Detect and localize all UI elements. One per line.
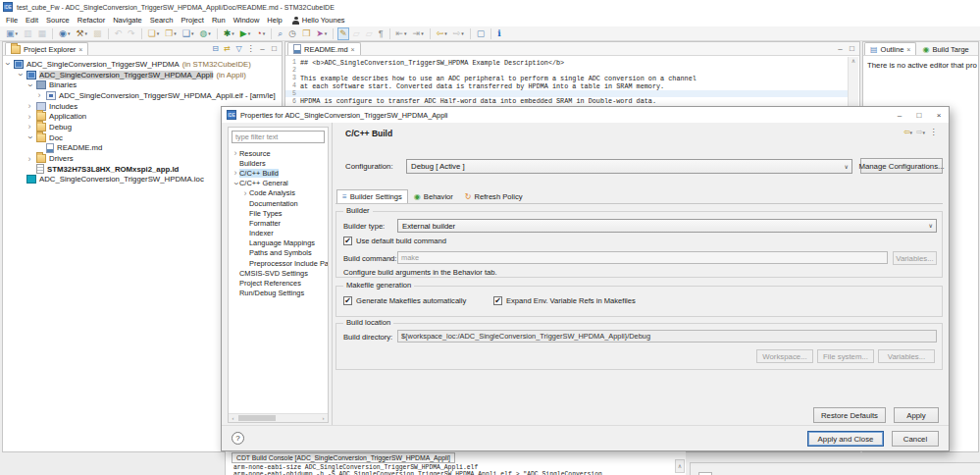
cancel-button[interactable]: Cancel xyxy=(892,431,939,447)
scroll-right-icon[interactable]: › xyxy=(319,414,328,422)
expander-icon[interactable] xyxy=(241,189,249,197)
minimize-icon[interactable]: –▾ xyxy=(257,43,268,54)
configuration-select[interactable]: Debug [ Active ] xyxy=(406,159,852,174)
tree-item[interactable]: ADC_SingleConversion_TriggerSW_HPDMA_App… xyxy=(3,70,282,80)
paragraph-icon[interactable]: ¶▾ xyxy=(376,27,386,40)
menu-item[interactable]: Run xyxy=(208,16,230,25)
profile-icon[interactable]: ◔▾ xyxy=(254,27,268,40)
menu-item[interactable]: Refactor xyxy=(74,16,109,25)
user-label[interactable]: Hello Younes xyxy=(302,16,345,25)
new-cpp-project-icon[interactable]: ❐▾ xyxy=(163,27,180,40)
menu-item[interactable]: Edit xyxy=(22,16,42,25)
nav-item[interactable]: Indexer xyxy=(229,229,328,238)
run-icon[interactable]: ▶▾ xyxy=(237,27,252,40)
menu-item[interactable]: File xyxy=(2,16,22,25)
expander-icon[interactable] xyxy=(232,169,239,177)
close-icon[interactable]: × xyxy=(351,46,355,53)
view-menu-icon[interactable]: ⋮▾ xyxy=(928,127,939,137)
back-icon[interactable]: ⇦▾ xyxy=(434,27,449,40)
tab-project-explorer[interactable]: Project Explorer × xyxy=(5,42,88,55)
builder-type-select[interactable]: External builder xyxy=(397,219,937,233)
nav-item[interactable]: C/C++ Build xyxy=(229,168,328,178)
build-directory-input[interactable]: ${workspace_loc:/ADC_SingleConversion_Tr… xyxy=(397,330,937,343)
build-command-input[interactable]: make xyxy=(397,251,888,264)
nav-item[interactable]: Preprocessor Include Pat xyxy=(229,258,328,268)
nav-item[interactable]: Project References xyxy=(229,278,328,288)
scroll-up-icon[interactable]: ∧ xyxy=(849,57,858,66)
nav-hscrollbar[interactable]: ‹ › xyxy=(229,413,328,422)
menu-item[interactable]: Window xyxy=(230,16,264,25)
forward-icon[interactable]: ⇨▾ xyxy=(450,27,466,40)
expander-icon[interactable] xyxy=(26,81,33,89)
apply-and-close-button[interactable]: Apply and Close xyxy=(807,431,884,447)
preview-toggle-icon[interactable]: ▱▾ xyxy=(350,27,362,40)
console-scroll-up-icon[interactable]: ∧ xyxy=(675,459,685,473)
nav-item[interactable]: CMSIS-SVD Settings xyxy=(229,268,328,278)
settings-tab[interactable]: ↻Refresh Policy xyxy=(459,189,529,203)
expander-icon[interactable] xyxy=(26,133,33,141)
scroll-left-icon[interactable]: ‹ xyxy=(229,414,237,422)
tree-item[interactable]: ADC_SingleConversion_TriggerSW_HPDMA (in… xyxy=(3,59,282,70)
debug-icon[interactable]: ✱▾ xyxy=(221,27,236,40)
menu-item[interactable]: Source xyxy=(42,16,74,25)
device-configuration-icon[interactable]: ◍▾ xyxy=(197,27,213,40)
history-icon[interactable]: ◷▾ xyxy=(286,27,299,40)
filter-icon[interactable]: ▽▾ xyxy=(233,43,244,54)
link-with-editor-icon[interactable]: ⇄▾ xyxy=(222,43,232,54)
generate-makefiles-checkbox[interactable] xyxy=(343,296,352,305)
minimize-icon[interactable]: –▾ xyxy=(835,43,846,54)
markdown-edit-icon[interactable]: ✎▾ xyxy=(337,27,350,40)
back-icon[interactable]: ⇦▾ xyxy=(903,127,913,137)
forward-icon[interactable]: ⇨▾ xyxy=(915,127,926,137)
expander-icon[interactable] xyxy=(35,91,43,99)
search-icon[interactable]: ⌕▾ xyxy=(276,27,285,40)
nav-item[interactable]: Formatter xyxy=(229,218,328,228)
file-system-button[interactable]: File system... xyxy=(817,349,874,363)
nav-item[interactable]: Resource xyxy=(229,148,328,158)
tree-item[interactable]: Binaries xyxy=(3,79,282,90)
new-wizard-icon[interactable]: ▣▾ xyxy=(4,27,21,40)
expander-icon[interactable] xyxy=(3,60,11,68)
console-output[interactable]: arm-none-eabi-size ADC_SingleConversion_… xyxy=(233,464,686,475)
nav-item[interactable]: Code Analysis xyxy=(229,188,328,198)
nav-item[interactable]: Run/Debug Settings xyxy=(229,289,328,298)
close-icon[interactable]: × xyxy=(906,46,910,53)
save-icon[interactable]: ▥▾ xyxy=(22,27,35,40)
menu-item[interactable]: Project xyxy=(178,16,208,25)
nav-item[interactable]: Documentation xyxy=(229,198,328,208)
close-icon[interactable]: × xyxy=(78,46,82,53)
expander-icon[interactable] xyxy=(232,149,239,157)
tab-cdt-build-console[interactable]: CDT Build Console [ADC_SingleConversion_… xyxy=(232,452,455,463)
minimize-icon[interactable]: – xyxy=(890,108,909,122)
launch-icon[interactable]: ➤▾ xyxy=(314,27,330,40)
settings-tab[interactable]: ◉Behavior xyxy=(408,189,459,203)
nav-item[interactable]: Language Mappings xyxy=(229,238,328,248)
nav-item[interactable]: C/C++ General xyxy=(229,179,328,188)
expander-icon[interactable] xyxy=(26,123,33,131)
maximize-icon[interactable]: □ xyxy=(909,108,929,122)
settings-tab[interactable]: ≡Builder Settings xyxy=(336,189,408,203)
workspace-button[interactable]: Workspace... xyxy=(756,349,813,363)
use-default-build-command-checkbox[interactable] xyxy=(343,237,352,245)
info-icon[interactable]: ℹ▾ xyxy=(495,27,503,40)
pane-divider[interactable] xyxy=(332,123,333,425)
tab-build-targets[interactable]: ◉ Build Targe xyxy=(916,42,974,55)
nav-item[interactable]: File Types xyxy=(229,208,328,218)
expander-icon[interactable] xyxy=(16,71,24,79)
apply-button[interactable]: Apply xyxy=(894,407,939,423)
menu-item[interactable]: Navigate xyxy=(109,16,146,25)
collapse-all-icon[interactable]: ⊟▾ xyxy=(210,43,221,54)
menu-item[interactable]: Search xyxy=(146,16,178,25)
manage-configurations-button[interactable]: Manage Configurations... xyxy=(860,158,943,174)
undo-icon[interactable]: ↶▾ xyxy=(112,27,125,40)
tab-readme[interactable]: README.md × xyxy=(287,42,361,55)
new-c-project-icon[interactable]: ❏▾ xyxy=(145,27,162,40)
filter-input[interactable] xyxy=(232,131,325,143)
open-folder-icon[interactable]: ❒▾ xyxy=(300,27,313,40)
expander-icon[interactable] xyxy=(26,102,33,110)
target-icon[interactable]: ◉▾ xyxy=(57,27,73,40)
variables-button[interactable]: Variables... xyxy=(893,251,937,265)
padlock-icon[interactable]: ▩▾ xyxy=(91,27,105,40)
outline-toggle-icon[interactable]: ▱▾ xyxy=(363,27,375,40)
user-icon[interactable] xyxy=(292,17,300,25)
